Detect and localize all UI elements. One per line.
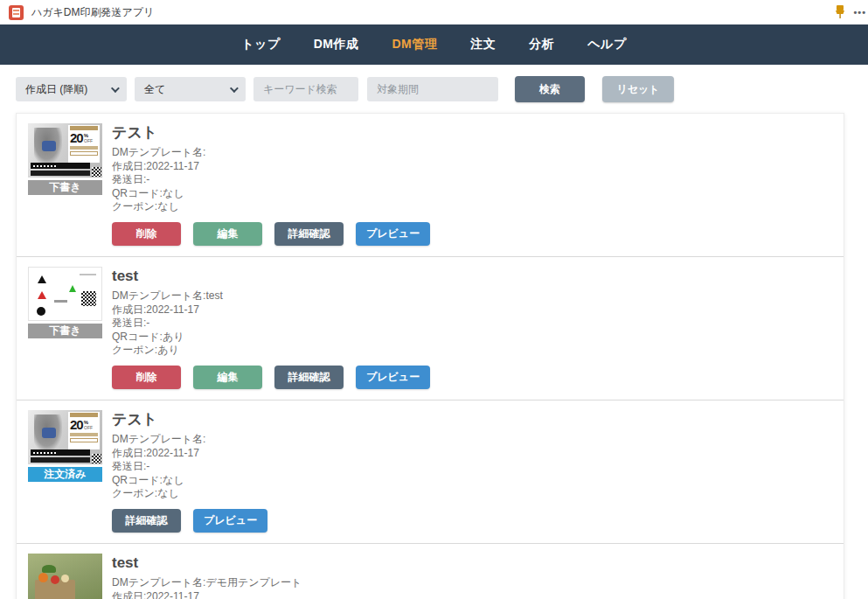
- dm-qr-status: QRコード:なし: [112, 187, 430, 201]
- edit-button[interactable]: 編集: [193, 366, 262, 389]
- edit-button[interactable]: 編集: [193, 222, 262, 246]
- thumb-off-text: OFF: [84, 139, 93, 143]
- dm-ship-date: 発送日:-: [112, 460, 267, 474]
- nav-item-analysis[interactable]: 分析: [529, 37, 554, 52]
- app-favicon-icon: [9, 5, 24, 20]
- qr-code-icon: [92, 167, 101, 177]
- preview-button[interactable]: プレビュー: [356, 366, 430, 389]
- chevron-down-icon: [230, 84, 239, 93]
- dm-template-name: DMテンプレート名:デモ用テンプレート: [112, 576, 302, 590]
- preview-button[interactable]: プレビュー: [356, 222, 430, 246]
- nav-item-order[interactable]: 注文: [470, 37, 496, 52]
- status-badge-ordered: 注文済み: [28, 467, 102, 482]
- detail-button[interactable]: 詳細確認: [274, 222, 344, 246]
- dm-card: NewArrivals test DMテンプレート名:デモ用テンプレート 作成日…: [17, 543, 844, 599]
- titlebar: ハガキDM印刷発送アプリ •••: [0, 0, 868, 24]
- thumb-off-text: OFF: [84, 426, 93, 430]
- nav-item-dm-manage[interactable]: DM管理: [392, 37, 438, 52]
- status-filter-select[interactable]: 全て: [135, 77, 246, 101]
- nav-item-top[interactable]: トップ: [241, 37, 280, 52]
- chevron-down-icon: [111, 84, 120, 93]
- dm-template-name: DMテンプレート名:test: [112, 289, 430, 303]
- status-badge-draft: 下書き: [28, 324, 102, 338]
- pin-icon[interactable]: [833, 4, 847, 20]
- dm-card: 20 % OFF 注文済み テスト DMテンプレート名: 作成日:2022-11…: [17, 400, 844, 543]
- reset-button[interactable]: リセット: [602, 76, 674, 102]
- dm-title: テスト: [112, 123, 430, 142]
- detail-button[interactable]: 詳細確認: [112, 509, 181, 533]
- app-title: ハガキDM印刷発送アプリ: [31, 5, 154, 20]
- dm-card: 20 % OFF 下書き テスト DMテンプレート名: 作成日:2022-11-…: [17, 114, 844, 256]
- status-filter-value: 全て: [144, 82, 165, 97]
- dm-thumbnail-shapes: [28, 267, 102, 321]
- dm-title: テスト: [112, 410, 267, 428]
- period-input[interactable]: [367, 77, 498, 101]
- search-button[interactable]: 検索: [515, 76, 585, 102]
- sort-order-select[interactable]: 作成日 (降順): [16, 77, 127, 101]
- dm-title: test: [112, 554, 302, 572]
- delete-button[interactable]: 削除: [112, 366, 181, 389]
- dm-created-date: 作成日:2022-11-17: [112, 160, 430, 174]
- browser-menu-icon[interactable]: •••: [853, 7, 866, 17]
- dm-thumbnail-vegetables: NewArrivals: [28, 554, 102, 599]
- dm-thumbnail-fashion: 20 % OFF: [28, 410, 102, 464]
- dm-title: test: [112, 267, 430, 285]
- sort-order-value: 作成日 (降順): [25, 82, 87, 97]
- dm-coupon-status: クーポン:なし: [112, 200, 430, 214]
- main-nav: トップ DM作成 DM管理 注文 分析 ヘルプ: [0, 24, 868, 65]
- dm-coupon-status: クーポン:あり: [112, 344, 430, 358]
- preview-button[interactable]: プレビュー: [193, 509, 267, 533]
- delete-button[interactable]: 削除: [112, 222, 181, 246]
- filter-bar: 作成日 (降順) 全て 検索 リセット: [0, 65, 868, 102]
- nav-item-help[interactable]: ヘルプ: [587, 37, 626, 52]
- dm-created-date: 作成日:2022-11-17: [112, 447, 267, 461]
- dm-qr-status: QRコード:あり: [112, 331, 430, 345]
- thumb-discount-text: 20: [70, 418, 83, 431]
- dm-ship-date: 発送日:-: [112, 317, 430, 331]
- dm-created-date: 作成日:2022-11-17: [112, 590, 302, 599]
- dm-qr-status: QRコード:なし: [112, 474, 267, 488]
- dm-coupon-status: クーポン:なし: [112, 487, 267, 501]
- thumb-discount-text: 20: [70, 131, 83, 144]
- qr-code-icon: [81, 291, 96, 306]
- detail-button[interactable]: 詳細確認: [274, 366, 344, 389]
- dm-template-name: DMテンプレート名:: [112, 433, 267, 447]
- dm-thumbnail-fashion: 20 % OFF: [28, 123, 102, 178]
- dm-card: 下書き test DMテンプレート名:test 作成日:2022-11-17 発…: [17, 256, 844, 400]
- nav-item-dm-create[interactable]: DM作成: [314, 37, 359, 52]
- status-badge-draft: 下書き: [28, 180, 102, 195]
- dm-list-panel: 20 % OFF 下書き テスト DMテンプレート名: 作成日:2022-11-…: [16, 113, 844, 599]
- qr-code-icon: [92, 454, 101, 463]
- dm-ship-date: 発送日:-: [112, 173, 430, 187]
- dm-created-date: 作成日:2022-11-17: [112, 303, 430, 317]
- dm-template-name: DMテンプレート名:: [112, 146, 430, 160]
- keyword-search-input[interactable]: [253, 77, 358, 101]
